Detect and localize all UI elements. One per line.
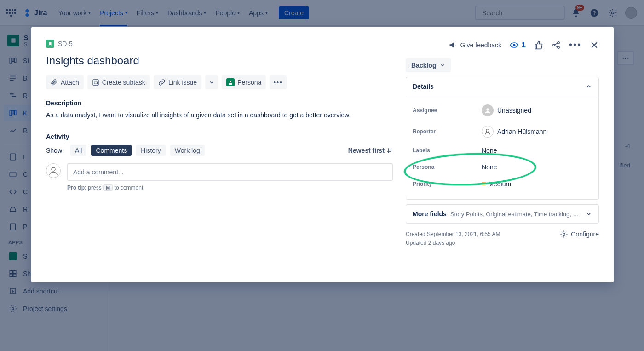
- more-icon: •••: [273, 79, 283, 86]
- issue-title[interactable]: Insights dashboard: [46, 54, 393, 67]
- close-icon: [590, 40, 599, 50]
- field-labels[interactable]: Labels None: [413, 142, 592, 159]
- more-actions-button[interactable]: •••: [270, 75, 287, 89]
- created-updated-text: Created September 13, 2021, 6:55 AM Upda…: [406, 230, 500, 247]
- field-assignee[interactable]: Assignee Unassigned: [413, 100, 592, 121]
- person-icon: [48, 165, 59, 176]
- issue-key-link[interactable]: SD-5: [58, 40, 73, 47]
- svg-point-36: [52, 167, 55, 171]
- story-type-icon[interactable]: [46, 40, 54, 48]
- attach-button[interactable]: Attach: [46, 75, 84, 89]
- issue-modal: SD-5 Insights dashboard Attach Create su…: [31, 27, 614, 282]
- more-fields-panel[interactable]: More fields Story Points, Original estim…: [406, 204, 599, 224]
- sort-button[interactable]: Newest first: [348, 147, 393, 154]
- megaphone-icon: [448, 40, 458, 50]
- breadcrumb: SD-5: [46, 40, 393, 48]
- svg-point-47: [486, 129, 489, 132]
- chevron-up-icon: [586, 83, 592, 90]
- tab-history[interactable]: History: [136, 145, 166, 156]
- priority-medium-icon: ≡: [482, 180, 484, 188]
- paperclip-icon: [51, 79, 58, 86]
- activity-label: Activity: [46, 133, 393, 140]
- eye-icon: [510, 40, 519, 50]
- chevron-down-icon: [586, 211, 592, 217]
- status-dropdown[interactable]: Backlog: [406, 58, 451, 72]
- current-user-avatar: [46, 163, 61, 178]
- tab-comments[interactable]: Comments: [91, 145, 132, 156]
- link-icon: [158, 79, 166, 86]
- configure-link[interactable]: Configure: [560, 230, 599, 238]
- persona-icon: [226, 78, 235, 86]
- svg-line-43: [555, 45, 558, 46]
- close-modal-button[interactable]: [590, 40, 599, 50]
- watchers-button[interactable]: 1: [510, 40, 526, 50]
- comment-input[interactable]: Add a comment...: [67, 163, 393, 181]
- show-label: Show:: [46, 147, 64, 154]
- create-subtask-button[interactable]: Create subtask: [87, 75, 150, 89]
- gear-icon: [560, 230, 568, 238]
- svg-rect-30: [94, 82, 97, 84]
- details-header[interactable]: Details: [406, 77, 598, 96]
- protip-text: Pro tip: press M to comment: [67, 184, 393, 191]
- tab-worklog[interactable]: Work log: [170, 145, 205, 156]
- give-feedback-link[interactable]: Give feedback: [448, 40, 502, 50]
- vote-button[interactable]: [534, 40, 543, 50]
- chevron-down-icon: [440, 63, 445, 68]
- issue-more-button[interactable]: •••: [569, 40, 581, 50]
- unassigned-avatar-icon: [482, 104, 494, 116]
- share-button[interactable]: [552, 40, 561, 50]
- field-reporter[interactable]: Reporter Adrian Hülsmann: [413, 121, 592, 142]
- chevron-down-icon: [209, 80, 214, 85]
- sort-icon: [386, 147, 393, 154]
- reporter-avatar-icon: [482, 126, 494, 138]
- subtask-icon: [92, 79, 99, 86]
- svg-point-38: [513, 44, 516, 46]
- svg-point-48: [563, 233, 565, 236]
- description-text[interactable]: As a data analyst, I want to visualize a…: [46, 110, 393, 120]
- tab-all[interactable]: All: [70, 145, 87, 156]
- share-icon: [552, 40, 561, 50]
- field-persona[interactable]: Persona None: [413, 159, 592, 175]
- more-icon: •••: [569, 40, 581, 50]
- svg-point-46: [486, 108, 489, 110]
- link-issue-dropdown[interactable]: [205, 75, 218, 89]
- thumbs-up-icon: [534, 40, 543, 50]
- field-priority[interactable]: Priority ≡Medium: [413, 175, 592, 193]
- persona-button[interactable]: Persona: [222, 75, 266, 89]
- svg-point-31: [230, 81, 231, 82]
- details-panel: Details Assignee Unassigned Reporter Adr…: [406, 77, 599, 200]
- link-issue-button[interactable]: Link issue: [154, 75, 201, 89]
- svg-line-42: [555, 43, 558, 44]
- description-label: Description: [46, 99, 393, 107]
